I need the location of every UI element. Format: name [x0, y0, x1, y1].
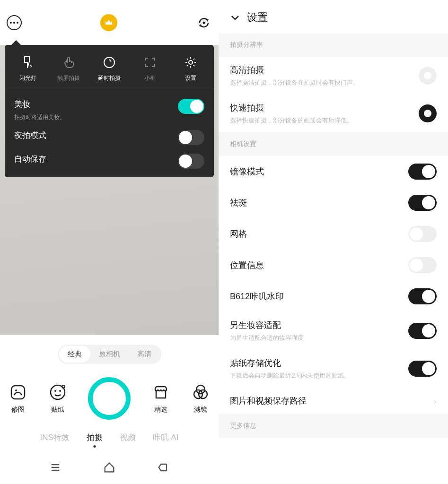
- pill-classic[interactable]: 经典: [59, 346, 90, 363]
- watermark-row[interactable]: B612咔叽水印: [219, 281, 448, 312]
- male-beauty-row[interactable]: 男生妆容适配 为男生适配合适的妆容强度: [219, 312, 448, 350]
- touch-shoot-button[interactable]: 触屏拍摄: [48, 55, 89, 82]
- settings-title: 设置: [247, 10, 268, 25]
- mirror-toggle[interactable]: [408, 164, 437, 180]
- featured-button[interactable]: 精选: [151, 383, 170, 414]
- sticker-storage-toggle[interactable]: [408, 361, 437, 377]
- male-beauty-toggle[interactable]: [408, 323, 437, 339]
- sticker-icon: [48, 383, 67, 402]
- edit-icon: [9, 383, 27, 402]
- setting-sub: 选择快速拍摄，部分设备的画质会有所降低。: [230, 116, 419, 125]
- quality-pills: 经典 原相机 高清: [0, 345, 219, 364]
- setting-title: 网格: [230, 228, 408, 240]
- svg-point-7: [54, 390, 56, 392]
- settings-header[interactable]: 设置: [219, 0, 448, 33]
- blemish-toggle[interactable]: [408, 195, 437, 211]
- toggle-sub: 拍摄时将适用美妆。: [14, 113, 65, 121]
- grid-row[interactable]: 网格: [219, 218, 448, 250]
- mode-video[interactable]: 视频: [120, 432, 136, 443]
- pill-hd[interactable]: 高清: [129, 346, 160, 363]
- more-button[interactable]: [7, 15, 22, 30]
- night-toggle[interactable]: [178, 130, 204, 145]
- toggle-title: 夜拍模式: [14, 130, 46, 141]
- sticker-button[interactable]: 贴纸: [48, 383, 67, 414]
- save-path-row[interactable]: 图片和视频保存路径 ›: [219, 388, 448, 414]
- shutter-button[interactable]: [88, 377, 131, 420]
- setting-title: 快速拍摄: [230, 102, 419, 113]
- flash-button[interactable]: × 闪光灯: [8, 55, 48, 82]
- panel-item-label: 延时拍摄: [98, 74, 121, 82]
- mirror-row[interactable]: 镜像模式: [219, 156, 448, 187]
- flash-icon: ×: [23, 56, 33, 69]
- timer-button[interactable]: 延时拍摄: [89, 55, 130, 82]
- action-label: 修图: [11, 406, 25, 414]
- svg-point-2: [104, 57, 114, 68]
- filter-button[interactable]: 滤镜: [191, 383, 210, 414]
- gear-icon: [184, 56, 197, 69]
- more-icon: [10, 22, 18, 24]
- frame-button[interactable]: 小框: [130, 55, 170, 82]
- svg-point-3: [189, 60, 193, 64]
- mode-ins[interactable]: INS特效: [40, 432, 69, 443]
- svg-point-0: [203, 21, 205, 24]
- panel-icons-row: × 闪光灯 触屏拍摄 延时拍摄 小框 设置: [5, 45, 214, 90]
- sticker-storage-row[interactable]: 贴纸存储优化 下载后会自动删除最近2周内未使用的贴纸。: [219, 350, 448, 388]
- panel-item-label: 触屏拍摄: [57, 74, 80, 82]
- fast-radio[interactable]: [419, 104, 437, 122]
- location-row[interactable]: 位置信息: [219, 250, 448, 281]
- crown-icon: [105, 19, 113, 26]
- quick-settings-panel: × 闪光灯 触屏拍摄 延时拍摄 小框 设置 美妆 拍摄: [5, 45, 214, 177]
- autosave-toggle[interactable]: [178, 154, 204, 169]
- setting-title: 图片和视频保存路径: [230, 395, 433, 406]
- grid-toggle[interactable]: [408, 226, 437, 242]
- back-icon[interactable]: [157, 461, 170, 474]
- chevron-down-icon: [230, 12, 240, 23]
- panel-item-label: 闪光灯: [19, 74, 36, 82]
- edit-button[interactable]: 修图: [9, 383, 27, 414]
- panel-item-label: 小框: [144, 74, 156, 82]
- timer-icon: [103, 56, 115, 69]
- mode-ai[interactable]: 咔叽 AI: [153, 432, 179, 443]
- home-icon[interactable]: [103, 461, 116, 474]
- location-toggle[interactable]: [408, 257, 437, 273]
- toggle-title: 自动保存: [14, 154, 46, 164]
- panel-item-label: 设置: [185, 74, 196, 82]
- action-label: 贴纸: [51, 406, 64, 414]
- mode-photo[interactable]: 拍摄: [87, 432, 103, 443]
- autosave-toggle-row: 自动保存: [5, 145, 214, 169]
- beauty-toggle[interactable]: [178, 99, 204, 114]
- setting-sub: 下载后会自动删除最近2周内未使用的贴纸。: [230, 372, 408, 380]
- hd-radio[interactable]: [419, 67, 437, 85]
- setting-sub: 选择高清拍摄，部分设备在拍摄时会有快门声。: [230, 78, 419, 87]
- action-label: 精选: [154, 406, 167, 414]
- premium-button[interactable]: [100, 14, 117, 31]
- action-label: 滤镜: [194, 406, 207, 414]
- svg-point-5: [15, 389, 17, 391]
- rotate-icon: [197, 16, 211, 30]
- watermark-toggle[interactable]: [408, 288, 437, 304]
- fast-capture-row[interactable]: 快速拍摄 选择快速拍摄，部分设备的画质会有所降低。: [219, 95, 448, 132]
- mode-tabs: INS特效 拍摄 视频 咔叽 AI: [0, 432, 219, 443]
- hand-icon: [63, 56, 74, 69]
- settings-screen: 设置 拍摄分辨率 高清拍摄 选择高清拍摄，部分设备在拍摄时会有快门声。 快速拍摄…: [219, 0, 448, 484]
- menu-icon[interactable]: [49, 461, 62, 474]
- hd-capture-row[interactable]: 高清拍摄 选择高清拍摄，部分设备在拍摄时会有快门声。: [219, 57, 448, 95]
- beauty-toggle-row: 美妆 拍摄时将适用美妆。: [5, 90, 214, 121]
- frame-icon: [144, 57, 156, 68]
- blemish-row[interactable]: 祛斑: [219, 187, 448, 218]
- setting-sub: 为男生适配合适的妆容强度: [230, 334, 408, 342]
- setting-title: 高清拍摄: [230, 64, 419, 76]
- svg-text:×: ×: [30, 64, 33, 69]
- filter-icon: [191, 383, 210, 402]
- night-toggle-row: 夜拍模式: [5, 121, 214, 145]
- setting-title: 贴纸存储优化: [230, 357, 408, 369]
- svg-point-8: [59, 390, 61, 392]
- bottom-controls: 经典 原相机 高清 修图 贴纸 精选 滤镜: [0, 335, 219, 484]
- section-resolution: 拍摄分辨率: [219, 33, 448, 57]
- chevron-right-icon: ›: [433, 396, 437, 406]
- pill-original[interactable]: 原相机: [90, 346, 129, 363]
- settings-button[interactable]: 设置: [170, 55, 211, 82]
- shop-icon: [151, 383, 170, 402]
- switch-camera-button[interactable]: [196, 15, 212, 31]
- android-navbar: [0, 461, 219, 474]
